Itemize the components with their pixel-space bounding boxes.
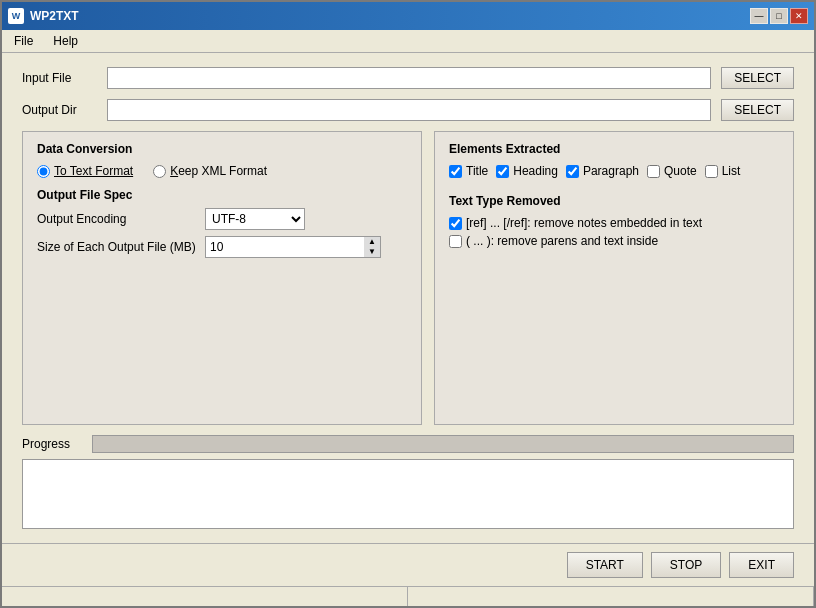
status-pane-2 (408, 587, 814, 606)
parens-checkbox[interactable] (449, 235, 462, 248)
bottom-bar: START STOP EXIT (2, 543, 814, 586)
output-dir-row: Output Dir SELECT (22, 99, 794, 121)
menu-help[interactable]: Help (45, 32, 86, 50)
encoding-label: Output Encoding (37, 212, 197, 226)
menu-bar: File Help (2, 30, 814, 53)
main-window: W WP2TXT — □ ✕ File Help Input File SELE… (0, 0, 816, 608)
title-checkbox-text: Title (466, 164, 488, 178)
title-checkbox-label[interactable]: Title (449, 164, 488, 178)
right-panel: Elements Extracted Title Heading Paragra… (434, 131, 794, 425)
ref-checkbox[interactable] (449, 217, 462, 230)
encoding-row: Output Encoding UTF-8 UTF-16 ASCII (37, 208, 407, 230)
list-checkbox-text: List (722, 164, 741, 178)
encoding-select[interactable]: UTF-8 UTF-16 ASCII (205, 208, 305, 230)
data-conversion-title: Data Conversion (37, 142, 407, 156)
panels-container: Data Conversion To Text Format KKeep XML… (22, 131, 794, 425)
menu-file[interactable]: File (6, 32, 41, 50)
file-size-spinner: 10 ▲ ▼ (205, 236, 285, 258)
keep-xml-format-radio[interactable] (153, 165, 166, 178)
title-checkbox[interactable] (449, 165, 462, 178)
ref-checkbox-text: [ref] ... [/ref]: remove notes embedded … (466, 216, 702, 230)
format-radio-group: To Text Format KKeep XML Formateep XML F… (37, 164, 407, 178)
progress-row: Progress (22, 435, 794, 453)
exit-button[interactable]: EXIT (729, 552, 794, 578)
quote-checkbox-label[interactable]: Quote (647, 164, 697, 178)
file-size-decrement[interactable]: ▼ (364, 247, 380, 257)
text-type-removed-title: Text Type Removed (449, 194, 779, 208)
to-text-format-label: To Text Format (54, 164, 133, 178)
input-file-label: Input File (22, 71, 97, 85)
close-button[interactable]: ✕ (790, 8, 808, 24)
heading-checkbox-label[interactable]: Heading (496, 164, 558, 178)
input-file-row: Input File SELECT (22, 67, 794, 89)
status-bar (2, 586, 814, 606)
start-button[interactable]: START (567, 552, 643, 578)
heading-checkbox-text: Heading (513, 164, 558, 178)
file-size-label: Size of Each Output File (MB) (37, 240, 197, 254)
paragraph-checkbox[interactable] (566, 165, 579, 178)
title-bar-text: W WP2TXT (8, 8, 79, 24)
file-size-increment[interactable]: ▲ (364, 237, 380, 247)
progress-bar-container (92, 435, 794, 453)
parens-checkbox-text: ( ... ): remove parens and text inside (466, 234, 658, 248)
status-pane-1 (2, 587, 408, 606)
keep-xml-format-radio-label[interactable]: KKeep XML Formateep XML Format (153, 164, 267, 178)
file-size-row: Size of Each Output File (MB) 10 ▲ ▼ (37, 236, 407, 258)
paragraph-checkbox-label[interactable]: Paragraph (566, 164, 639, 178)
output-dir-input[interactable] (107, 99, 711, 121)
list-checkbox-label[interactable]: List (705, 164, 741, 178)
output-dir-label: Output Dir (22, 103, 97, 117)
elements-checkboxes-row: Title Heading Paragraph Quote (449, 164, 779, 182)
output-file-spec-title: Output File Spec (37, 188, 407, 202)
parens-checkbox-label[interactable]: ( ... ): remove parens and text inside (449, 234, 779, 248)
quote-checkbox[interactable] (647, 165, 660, 178)
stop-button[interactable]: STOP (651, 552, 721, 578)
input-file-input[interactable] (107, 67, 711, 89)
progress-section: Progress (22, 435, 794, 529)
log-textarea[interactable] (22, 459, 794, 529)
paragraph-checkbox-text: Paragraph (583, 164, 639, 178)
keep-xml-format-label: KKeep XML Formateep XML Format (170, 164, 267, 178)
output-dir-select-button[interactable]: SELECT (721, 99, 794, 121)
minimize-button[interactable]: — (750, 8, 768, 24)
elements-extracted-title: Elements Extracted (449, 142, 779, 156)
list-checkbox[interactable] (705, 165, 718, 178)
app-icon: W (8, 8, 24, 24)
heading-checkbox[interactable] (496, 165, 509, 178)
file-size-input[interactable]: 10 (205, 236, 364, 258)
input-file-select-button[interactable]: SELECT (721, 67, 794, 89)
left-panel: Data Conversion To Text Format KKeep XML… (22, 131, 422, 425)
progress-label: Progress (22, 437, 82, 451)
title-bar-controls: — □ ✕ (750, 8, 808, 24)
to-text-format-radio-label[interactable]: To Text Format (37, 164, 133, 178)
to-text-format-radio[interactable] (37, 165, 50, 178)
maximize-button[interactable]: □ (770, 8, 788, 24)
main-content: Input File SELECT Output Dir SELECT Data… (2, 53, 814, 543)
title-bar: W WP2TXT — □ ✕ (2, 2, 814, 30)
ref-checkbox-label[interactable]: [ref] ... [/ref]: remove notes embedded … (449, 216, 779, 230)
quote-checkbox-text: Quote (664, 164, 697, 178)
